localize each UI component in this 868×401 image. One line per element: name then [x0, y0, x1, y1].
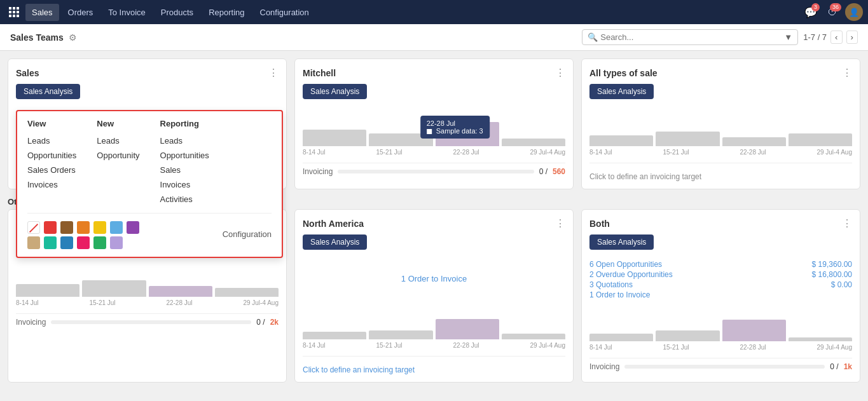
- chart-label-3: 22-28 Jul: [166, 299, 192, 306]
- view-leads[interactable]: Leads: [27, 135, 76, 147]
- view-invoices[interactable]: Invoices: [27, 179, 76, 191]
- apps-icon[interactable]: [5, 3, 23, 21]
- reporting-opportunities[interactable]: Opportunities: [160, 149, 209, 161]
- color-light-blue[interactable]: [110, 221, 123, 234]
- nav-sales[interactable]: Sales: [25, 4, 59, 21]
- color-lavender[interactable]: [110, 236, 123, 249]
- stats-quotations[interactable]: 3 Quotations: [589, 280, 633, 289]
- sales-analysis-btn[interactable]: Sales Analysis: [16, 84, 80, 99]
- svg-rect-7: [13, 15, 15, 17]
- reporting-leads[interactable]: Leads: [160, 135, 209, 147]
- breadcrumb-bar: Sales Teams ⚙ 🔍 ▼ 1-7 / 7 ‹ ›: [0, 24, 868, 51]
- clock-badge: 36: [830, 3, 841, 11]
- all-types-mini-chart: 8-14 Jul 15-21 Jul 22-28 Jul 29 Jul-4 Au…: [589, 109, 852, 160]
- svg-rect-4: [13, 11, 15, 13]
- clock-icon[interactable]: ⏱ 36: [823, 3, 841, 21]
- bar-3: [149, 286, 212, 297]
- color-swatches: [27, 219, 139, 249]
- color-pink[interactable]: [77, 236, 90, 249]
- footer-target: 1k: [844, 362, 852, 371]
- both-sales-btn[interactable]: Sales Analysis: [589, 234, 654, 250]
- color-red[interactable]: [44, 221, 57, 234]
- view-sales-orders[interactable]: Sales Orders: [27, 164, 76, 176]
- config-link[interactable]: Configuration: [223, 229, 272, 239]
- messages-icon[interactable]: 💬 3: [802, 3, 820, 21]
- all-types-card-menu[interactable]: ⋮: [842, 67, 852, 79]
- pagination-next[interactable]: ›: [846, 31, 858, 44]
- new-leads[interactable]: Leads: [97, 135, 139, 147]
- stats-order-invoice[interactable]: 1 Order to Invoice: [589, 290, 650, 299]
- both-mini-chart: 8-14 Jul 15-21 Jul 22-28 Jul 29 Jul-4 Au…: [589, 304, 852, 355]
- sales-card-menu[interactable]: ⋮: [268, 67, 279, 79]
- bar-1: [303, 332, 366, 339]
- color-tan[interactable]: [27, 236, 40, 249]
- nav-configuration[interactable]: Configuration: [254, 4, 315, 21]
- color-no-fill[interactable]: [27, 221, 40, 234]
- search-dropdown-arrow[interactable]: ▼: [784, 32, 792, 42]
- bar-4: [215, 288, 279, 297]
- stats-row-3: 3 Quotations $ 0.00: [589, 280, 852, 289]
- menu-bottom: Configuration: [27, 219, 272, 249]
- settings-gear-icon[interactable]: ⚙: [69, 32, 77, 43]
- new-opportunity[interactable]: Opportunity: [97, 149, 139, 161]
- chart-label-1: 8-14 Jul: [589, 149, 612, 156]
- nav-products[interactable]: Products: [155, 4, 200, 21]
- stats-row-4: 1 Order to Invoice: [589, 290, 852, 299]
- bar-3: [436, 319, 499, 339]
- chart-label-3: 22-28 Jul: [740, 149, 766, 156]
- stats-open-opps[interactable]: 6 Open Opportunities: [589, 260, 662, 269]
- north-america-card-menu[interactable]: ⋮: [555, 217, 565, 229]
- view-opportunities[interactable]: Opportunities: [27, 149, 76, 161]
- bar-1: [589, 135, 653, 146]
- search-input[interactable]: [600, 32, 782, 42]
- color-row-1: [27, 221, 139, 234]
- progress-bar-bg: [624, 365, 825, 369]
- north-america-sales-btn[interactable]: Sales Analysis: [303, 234, 367, 250]
- mitchell-card-menu[interactable]: ⋮: [555, 67, 565, 79]
- order-to-invoice-link[interactable]: 1 Order to Invoice: [401, 274, 467, 283]
- new-header: New: [97, 119, 139, 128]
- nav-reporting[interactable]: Reporting: [202, 4, 251, 21]
- user-avatar[interactable]: 👤: [845, 3, 863, 21]
- all-types-sales-btn[interactable]: Sales Analysis: [589, 84, 654, 99]
- bar-4: [789, 133, 852, 146]
- color-green[interactable]: [93, 236, 106, 249]
- stats-overdue-opps[interactable]: 2 Overdue Opportunities: [589, 270, 673, 279]
- sales-card-header: Sales ⋮: [16, 67, 279, 79]
- click-to-define-link[interactable]: Click to define an invoicing target: [303, 365, 415, 374]
- mitchell-tooltip: 22-28 Jul Sample data: 3: [420, 116, 490, 139]
- chart-label-4: 29 Jul-4 Aug: [530, 149, 565, 156]
- reporting-sales[interactable]: Sales: [160, 164, 209, 176]
- mitchell-card-header: Mitchell ⋮: [303, 67, 565, 79]
- order-to-invoice[interactable]: 1 Order to Invoice: [303, 274, 565, 283]
- click-to-define: Click to define an invoicing target: [303, 365, 415, 374]
- chart-label-3: 22-28 Jul: [740, 344, 766, 351]
- reporting-invoices[interactable]: Invoices: [160, 179, 209, 191]
- nav-orders[interactable]: Orders: [62, 4, 100, 21]
- chart-label-4: 29 Jul-4 Aug: [816, 344, 852, 351]
- footer-value: 0 /: [830, 362, 838, 371]
- color-yellow[interactable]: [93, 221, 106, 234]
- color-orange[interactable]: [77, 221, 90, 234]
- both-card: Both ⋮ Sales Analysis 6 Open Opportuniti…: [581, 209, 860, 383]
- color-brown[interactable]: [60, 221, 73, 234]
- chart-label-2: 15-21 Jul: [376, 149, 402, 156]
- pagination-prev[interactable]: ‹: [830, 31, 842, 44]
- color-purple[interactable]: [127, 221, 139, 234]
- nav-to-invoice[interactable]: To Invoice: [102, 4, 152, 21]
- color-teal[interactable]: [44, 236, 57, 249]
- pagination-range: 1-7 / 7: [803, 32, 827, 42]
- mitchell-sales-btn[interactable]: Sales Analysis: [303, 84, 367, 99]
- footer-label: Invoicing: [16, 318, 46, 327]
- bar-4: [789, 337, 852, 341]
- all-types-card: All types of sale ⋮ Sales Analysis 8-14 …: [581, 58, 860, 189]
- chart-label-3: 22-28 Jul: [453, 149, 479, 156]
- footer-label: Invoicing: [589, 362, 619, 371]
- color-blue[interactable]: [60, 236, 73, 249]
- stats-quotations-val: $ 0.00: [831, 280, 852, 289]
- footer-label: Invoicing: [303, 167, 333, 176]
- chart-label-3: 22-28 Jul: [453, 342, 479, 349]
- both-card-menu[interactable]: ⋮: [842, 217, 852, 229]
- reporting-activities[interactable]: Activities: [160, 193, 209, 205]
- all-types-card-header: All types of sale ⋮: [589, 67, 852, 79]
